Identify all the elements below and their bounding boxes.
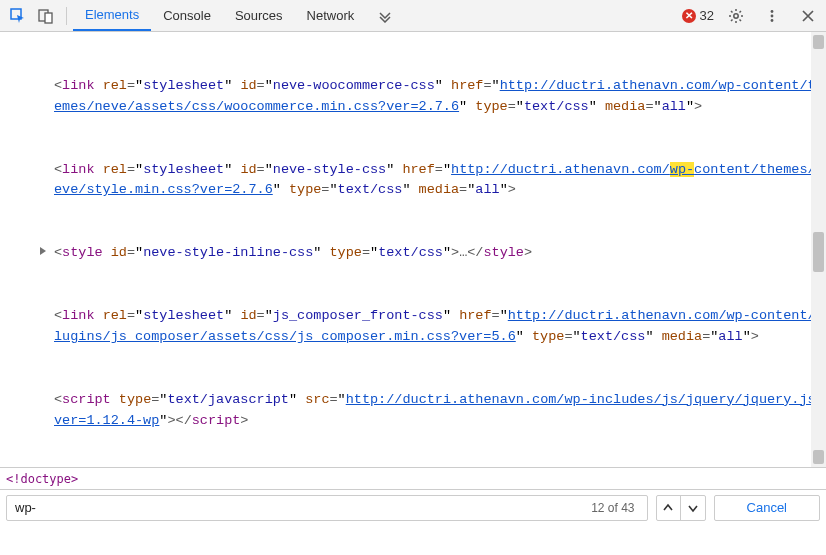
breadcrumb[interactable]: <!doctype>: [0, 467, 826, 489]
search-count: 12 of 43: [591, 501, 638, 515]
device-toggle-icon[interactable]: [32, 2, 60, 30]
toolbar-divider: [66, 7, 67, 25]
dom-node[interactable]: <script type="text/javascript" src="http…: [40, 390, 826, 432]
panel-tabs: Elements Console Sources Network: [73, 0, 404, 31]
settings-icon[interactable]: [722, 2, 750, 30]
search-bar: wp- 12 of 43 Cancel: [0, 489, 826, 525]
inspect-icon[interactable]: [4, 2, 32, 30]
toolbar-right: ✕ 32: [682, 2, 822, 30]
error-badge[interactable]: ✕ 32: [682, 8, 714, 23]
error-count: 32: [700, 8, 714, 23]
svg-point-6: [771, 19, 774, 22]
tab-sources[interactable]: Sources: [223, 0, 295, 31]
dom-node[interactable]: <link rel="stylesheet" id="neve-woocomme…: [40, 76, 826, 118]
tab-network[interactable]: Network: [295, 0, 367, 31]
dom-node[interactable]: <style id="neve-style-inline-css" type="…: [40, 243, 826, 264]
svg-point-3: [734, 13, 738, 17]
search-nav: [656, 495, 706, 521]
svg-rect-2: [45, 13, 52, 23]
dom-node[interactable]: <link rel="stylesheet" id="neve-style-cs…: [40, 160, 826, 202]
search-input[interactable]: wp- 12 of 43: [6, 495, 648, 521]
search-next-button[interactable]: [681, 496, 705, 520]
expand-arrow-icon[interactable]: [40, 247, 46, 255]
search-prev-button[interactable]: [657, 496, 681, 520]
dom-node[interactable]: <link rel="stylesheet" id="js_composer_f…: [40, 306, 826, 348]
scrollbar-thumb[interactable]: [813, 232, 824, 272]
cancel-button[interactable]: Cancel: [714, 495, 820, 521]
scrollbar[interactable]: [811, 32, 826, 467]
scroll-down-icon[interactable]: [813, 450, 824, 464]
close-icon[interactable]: [794, 2, 822, 30]
elements-panel: <link rel="stylesheet" id="neve-woocomme…: [0, 32, 826, 467]
svg-point-5: [771, 14, 774, 17]
search-highlight: wp-: [670, 162, 694, 177]
devtools-toolbar: Elements Console Sources Network ✕ 32: [0, 0, 826, 32]
svg-point-4: [771, 10, 774, 13]
tab-console[interactable]: Console: [151, 0, 223, 31]
scroll-up-icon[interactable]: [813, 35, 824, 49]
dom-tree[interactable]: <link rel="stylesheet" id="neve-woocomme…: [0, 32, 826, 467]
tab-overflow[interactable]: [366, 0, 404, 31]
more-icon[interactable]: [758, 2, 786, 30]
tab-elements[interactable]: Elements: [73, 0, 151, 31]
search-value: wp-: [15, 500, 36, 515]
error-icon: ✕: [682, 9, 696, 23]
